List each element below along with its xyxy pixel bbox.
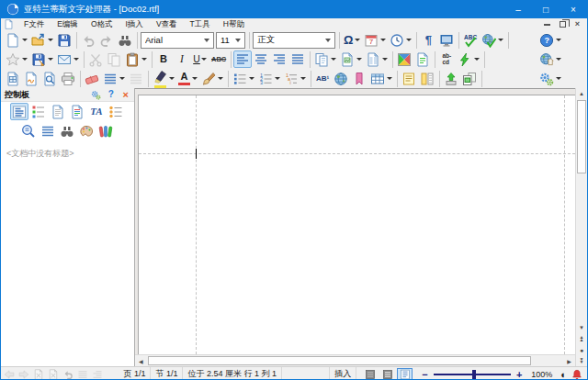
find-button[interactable] (116, 31, 134, 49)
sticky-note-button[interactable] (400, 70, 418, 87)
insert-symbol-button[interactable]: Ω (342, 31, 362, 49)
menu-file[interactable]: F文件 (17, 18, 51, 30)
bookmarks-pane-button[interactable] (96, 122, 115, 140)
menu-view[interactable]: V查看 (150, 18, 184, 30)
bullets-button-dropdown[interactable] (248, 77, 254, 80)
document-statistics-button[interactable] (413, 50, 432, 68)
scroll-down-icon[interactable]: ▼ (576, 322, 587, 333)
help-button[interactable] (537, 31, 563, 49)
underline-button-dropdown[interactable] (201, 58, 208, 61)
autocorrect-button[interactable] (456, 50, 481, 68)
format-painter-button[interactable] (199, 70, 225, 87)
document-signature-button[interactable] (22, 70, 40, 87)
save-special-button[interactable] (29, 50, 55, 68)
panel-settings-icon[interactable] (90, 89, 103, 101)
clipboard-pages-button-dropdown[interactable] (330, 58, 336, 61)
close-button[interactable]: × (560, 0, 587, 18)
save-button[interactable] (55, 31, 74, 49)
maximize-button[interactable]: □ (532, 0, 560, 18)
doc-minimize-icon[interactable] (544, 24, 550, 26)
doc-close-icon[interactable]: × (575, 20, 580, 28)
panel-help-icon[interactable]: ? (105, 89, 118, 101)
options-button[interactable] (537, 70, 563, 87)
print-button[interactable] (59, 70, 77, 87)
web-home-button-dropdown[interactable] (555, 58, 561, 61)
language-button-dropdown[interactable] (497, 39, 503, 41)
hyperlink-button[interactable] (332, 70, 350, 87)
open-document-button[interactable] (29, 31, 55, 49)
vertical-scroll-thumb[interactable] (577, 100, 586, 173)
menu-tools[interactable]: T工具 (184, 18, 217, 30)
document-properties-button[interactable] (4, 70, 22, 87)
zoom-slider[interactable] (434, 374, 511, 375)
scroll-up-icon[interactable]: ▲ (576, 88, 587, 99)
new-document-button[interactable] (4, 31, 29, 49)
footnote-button[interactable]: AB¹ (313, 70, 332, 87)
paste-button-dropdown[interactable] (141, 58, 147, 61)
favorites-button[interactable] (4, 50, 29, 68)
email-document-button-dropdown[interactable] (73, 58, 79, 61)
language-button[interactable] (480, 31, 505, 49)
open-document-button-dropdown[interactable] (47, 39, 53, 41)
highlight-button-dropdown[interactable] (168, 77, 175, 80)
highlight-button[interactable] (151, 70, 176, 87)
doc-restore-icon[interactable] (560, 21, 566, 28)
styles-pane-button[interactable] (29, 103, 48, 120)
insert-image-button[interactable] (338, 50, 364, 68)
insert-mode-toggle[interactable]: 插入 (330, 367, 356, 380)
presentation-button[interactable] (460, 70, 479, 87)
view-layout-button[interactable] (397, 368, 413, 380)
insert-time-button-dropdown[interactable] (405, 39, 412, 41)
font-color-button-dropdown[interactable] (191, 77, 198, 80)
hyphenation-button[interactable]: ab-cd (437, 50, 456, 68)
headings-pane-button[interactable] (10, 103, 28, 120)
fonts-pane-button[interactable]: TA (87, 103, 106, 120)
web-home-button[interactable] (537, 50, 563, 68)
numbering-button-dropdown[interactable] (274, 77, 280, 80)
insert-image-button-dropdown[interactable] (356, 58, 362, 61)
select-browse-object-button[interactable]: ● (576, 344, 587, 355)
clipboard-pages-button[interactable] (312, 50, 338, 68)
strikethrough-button[interactable]: ABC (209, 50, 228, 68)
multilevel-list-button[interactable] (282, 70, 308, 87)
next-page-button[interactable]: ▼▼ (576, 355, 587, 366)
options-button-dropdown[interactable] (555, 77, 561, 80)
menu-format[interactable]: O格式 (85, 18, 119, 30)
full-screen-button[interactable] (437, 31, 456, 49)
align-justify-button[interactable] (288, 50, 307, 68)
font-color-button[interactable]: A (176, 70, 199, 87)
spellcheck-button[interactable] (461, 31, 480, 49)
insert-symbol-button-dropdown[interactable] (354, 39, 360, 41)
formatting-pane-button[interactable] (68, 103, 86, 120)
menu-insert[interactable]: I插入 (119, 18, 150, 30)
save-special-button-dropdown[interactable] (47, 58, 53, 61)
zoom-slider-thumb[interactable] (472, 370, 476, 379)
zoom-pane-button[interactable] (19, 122, 38, 140)
menu-help[interactable]: H帮助 (217, 18, 251, 30)
paste-button[interactable] (123, 50, 149, 68)
bookmark-button[interactable] (350, 70, 368, 87)
font-name-combo[interactable]: Arial (141, 32, 214, 49)
help-button-dropdown[interactable] (555, 39, 561, 41)
align-center-button[interactable] (252, 50, 270, 68)
insert-table-button[interactable] (368, 70, 394, 87)
paragraph-formatting-button[interactable] (101, 70, 127, 87)
export-document-button[interactable] (442, 70, 460, 87)
insert-date-button[interactable] (362, 31, 388, 49)
view-online-button[interactable] (379, 368, 395, 380)
autocorrect-button-dropdown[interactable] (473, 58, 480, 61)
scroll-left-icon[interactable]: ◀ (135, 355, 147, 366)
formatting-marks-button[interactable]: ¶ (419, 31, 437, 49)
format-painter-button-dropdown[interactable] (217, 77, 223, 80)
document-page[interactable] (138, 95, 575, 354)
insert-date-button-dropdown[interactable] (379, 39, 386, 41)
panel-close-icon[interactable]: × (119, 89, 132, 101)
newsletter-columns-button-dropdown[interactable] (381, 58, 388, 61)
multilevel-list-button-dropdown[interactable] (300, 77, 306, 80)
italic-button[interactable]: I (173, 50, 191, 68)
print-preview-button[interactable] (40, 70, 59, 87)
search-pane-button[interactable] (58, 122, 76, 140)
text-column-button[interactable] (418, 70, 436, 87)
insert-table-button-dropdown[interactable] (386, 77, 392, 80)
scroll-right-icon[interactable]: ▶ (563, 355, 575, 366)
